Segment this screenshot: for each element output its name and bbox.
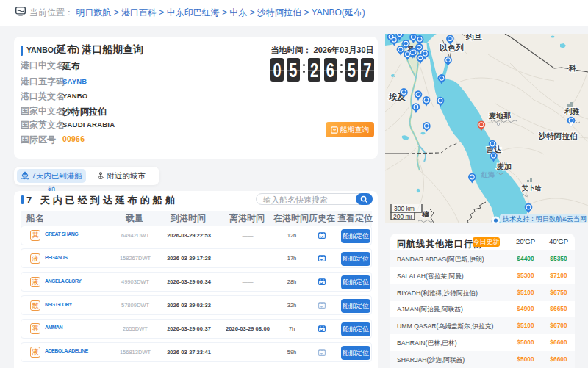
- svg-text:利雅: 利雅: [564, 107, 579, 115]
- svg-text:艾卜哈: 艾卜哈: [521, 184, 542, 192]
- svg-text:红海: 红海: [481, 171, 495, 178]
- svg-text:约旦: 约旦: [465, 34, 482, 41]
- svg-text:200 mi: 200 mi: [393, 213, 412, 220]
- svg-text:以色列: 以色列: [440, 43, 464, 52]
- svg-text:300 km: 300 km: [394, 205, 415, 212]
- svg-text:科: 科: [568, 64, 576, 72]
- svg-text:沙特阿拉伯: 沙特阿拉伯: [538, 131, 578, 140]
- svg-text:穆: 穆: [421, 210, 430, 218]
- svg-text:麦地那: 麦地那: [488, 112, 511, 120]
- svg-text:技术支持：明日数航&云当网: 技术支持：明日数航&云当网: [502, 215, 587, 223]
